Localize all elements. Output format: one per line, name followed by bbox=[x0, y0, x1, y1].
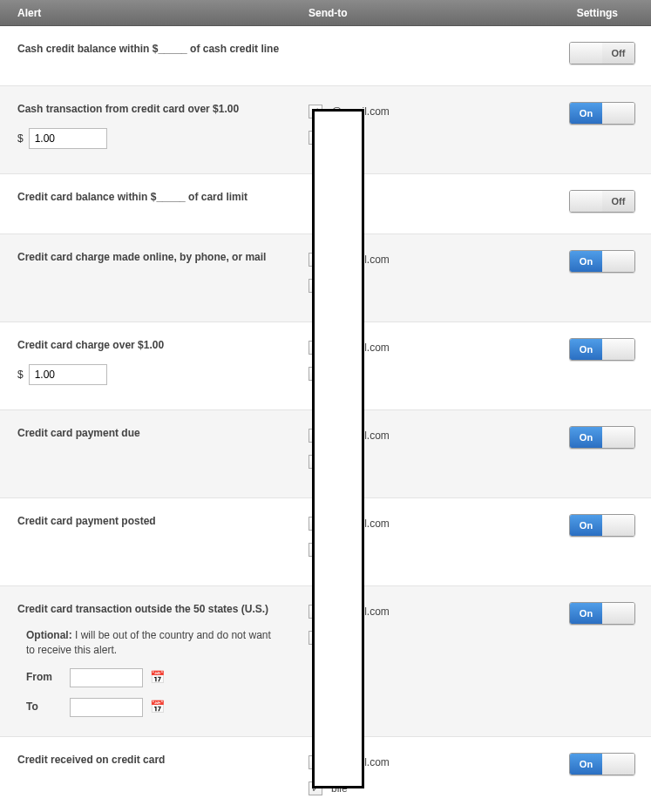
alert-row-cash-balance: Cash credit balance within $_____ of cas… bbox=[0, 26, 651, 86]
alert-cell: Credit card balance within $_____ of car… bbox=[0, 190, 305, 214]
alert-title: Credit card payment due bbox=[17, 426, 288, 440]
checkbox-mobile-cc-posted[interactable] bbox=[309, 543, 322, 557]
sendto-email-text: @gmail.com bbox=[331, 105, 390, 118]
alert-title: Credit card transaction outside the 50 s… bbox=[17, 602, 288, 616]
checkbox-email-cash-tx[interactable] bbox=[309, 105, 322, 118]
sendto-email-row: @gmail.com bbox=[309, 426, 540, 445]
toggle-slider bbox=[602, 251, 634, 272]
alert-cell: Cash transaction from credit card over $… bbox=[0, 102, 305, 154]
from-date-input[interactable] bbox=[70, 668, 143, 687]
sendto-mobile-text: bile bbox=[331, 544, 348, 556]
toggle-cc-credit[interactable]: On bbox=[569, 753, 635, 775]
to-date-row: To📅 bbox=[26, 698, 279, 717]
to-date-input[interactable] bbox=[70, 698, 143, 717]
sendto-cell: @gmail.combile bbox=[305, 753, 540, 805]
checkbox-mobile-cc-credit[interactable] bbox=[309, 782, 322, 795]
toggle-cc-posted[interactable]: On bbox=[569, 514, 635, 537]
amount-input-cc-over[interactable] bbox=[29, 364, 107, 385]
checkbox-mobile-cc-online[interactable] bbox=[309, 279, 322, 293]
sendto-mobile-row: bile bbox=[309, 276, 540, 295]
toggle-cc-due[interactable]: On bbox=[569, 426, 635, 449]
sendto-email-text: @gmail.com bbox=[331, 606, 390, 618]
sendto-mobile-text: bile bbox=[331, 280, 348, 292]
header-sendto: Send-to bbox=[305, 7, 540, 19]
settings-cell: On bbox=[540, 514, 651, 566]
sendto-email-row: @gmail.com bbox=[309, 250, 540, 269]
checkbox-mobile-cc-outside[interactable] bbox=[309, 631, 322, 645]
sendto-cell: @gmail.combile bbox=[305, 426, 540, 478]
sendto-cell: @gmail.combile bbox=[305, 102, 540, 154]
toggle-slider bbox=[570, 43, 602, 64]
toggle-cc-balance[interactable]: Off bbox=[569, 190, 635, 213]
sendto-email-row: @gmail.com bbox=[309, 602, 540, 621]
calendar-icon[interactable]: 📅 bbox=[150, 700, 164, 714]
amount-field: $ bbox=[17, 128, 288, 149]
alert-title: Credit card charge made online, by phone… bbox=[17, 250, 288, 264]
sendto-mobile-text: bile bbox=[331, 782, 348, 795]
alert-cell: Cash credit balance within $_____ of cas… bbox=[0, 42, 305, 66]
checkbox-mobile-cc-over[interactable] bbox=[309, 367, 322, 381]
table-header: Alert Send-to Settings bbox=[0, 0, 651, 26]
toggle-cc-online[interactable]: On bbox=[569, 250, 635, 273]
alert-title: Credit received on credit card bbox=[17, 753, 288, 767]
toggle-slider bbox=[602, 339, 634, 360]
to-label: To bbox=[26, 700, 63, 714]
checkbox-mobile-cash-tx[interactable] bbox=[309, 131, 322, 145]
amount-input-cash-tx[interactable] bbox=[29, 128, 107, 149]
dollar-sign: $ bbox=[17, 369, 24, 381]
sendto-mobile-text: bile bbox=[331, 132, 348, 144]
toggle-cash-tx[interactable]: On bbox=[569, 102, 635, 125]
toggle-cc-over[interactable]: On bbox=[569, 338, 635, 361]
sendto-mobile-text: bile bbox=[331, 632, 348, 644]
toggle-slider bbox=[570, 191, 602, 212]
alert-title: Cash credit balance within $_____ of cas… bbox=[17, 42, 288, 56]
settings-cell: On bbox=[540, 426, 651, 478]
sendto-cell: @gmail.combile bbox=[305, 250, 540, 302]
sendto-mobile-row: bile bbox=[309, 128, 540, 147]
alert-cell: Credit received on credit card bbox=[0, 753, 305, 805]
alert-cell: Credit card payment posted bbox=[0, 514, 305, 566]
checkbox-mobile-cc-due[interactable] bbox=[309, 455, 322, 469]
sendto-email-text: @gmail.com bbox=[331, 756, 390, 768]
settings-cell: Off bbox=[540, 190, 651, 214]
optional-block: Optional: I will be out of the country a… bbox=[17, 628, 288, 717]
sendto-cell bbox=[305, 42, 540, 66]
settings-cell: On bbox=[540, 338, 651, 390]
checkbox-email-cc-online[interactable] bbox=[309, 253, 322, 267]
toggle-cash-balance[interactable]: Off bbox=[569, 42, 635, 64]
settings-cell: On bbox=[540, 250, 651, 302]
toggle-off-label: Off bbox=[602, 191, 634, 212]
toggle-on-label: On bbox=[570, 251, 602, 272]
sendto-email-row: @gmail.com bbox=[309, 102, 540, 121]
settings-cell: On bbox=[540, 102, 651, 154]
checkbox-email-cc-over[interactable] bbox=[309, 341, 322, 355]
alert-title: Credit card charge over $1.00 bbox=[17, 338, 288, 352]
toggle-off-label: Off bbox=[602, 43, 634, 64]
toggle-on-label: On bbox=[570, 754, 602, 775]
sendto-cell bbox=[305, 190, 540, 214]
toggle-on-label: On bbox=[570, 427, 602, 448]
checkbox-email-cc-credit[interactable] bbox=[309, 755, 322, 769]
settings-cell: On bbox=[540, 753, 651, 805]
alert-row-cc-posted: Credit card payment posted@gmail.combile… bbox=[0, 498, 651, 586]
alert-cell: Credit card charge made online, by phone… bbox=[0, 250, 305, 302]
toggle-slider bbox=[602, 103, 634, 124]
optional-prefix: Optional: bbox=[26, 629, 72, 641]
settings-cell: On bbox=[540, 602, 651, 717]
checkbox-email-cc-outside[interactable] bbox=[309, 605, 322, 619]
sendto-email-row: @gmail.com bbox=[309, 338, 540, 357]
calendar-icon[interactable]: 📅 bbox=[150, 671, 164, 685]
toggle-on-label: On bbox=[570, 339, 602, 360]
toggle-cc-outside[interactable]: On bbox=[569, 602, 635, 625]
checkbox-email-cc-due[interactable] bbox=[309, 429, 322, 443]
sendto-email-row: @gmail.com bbox=[309, 514, 540, 533]
alert-row-cc-due: Credit card payment due@gmail.combileOn bbox=[0, 410, 651, 498]
alert-cell: Credit card charge over $1.00$ bbox=[0, 338, 305, 390]
dollar-sign: $ bbox=[17, 132, 24, 145]
alert-title: Cash transaction from credit card over $… bbox=[17, 102, 288, 116]
alert-row-cash-tx: Cash transaction from credit card over $… bbox=[0, 86, 651, 174]
sendto-mobile-row: bile bbox=[309, 540, 540, 559]
alert-title: Credit card payment posted bbox=[17, 514, 288, 528]
checkbox-email-cc-posted[interactable] bbox=[309, 517, 322, 531]
sendto-cell: @gmail.combile bbox=[305, 602, 540, 717]
